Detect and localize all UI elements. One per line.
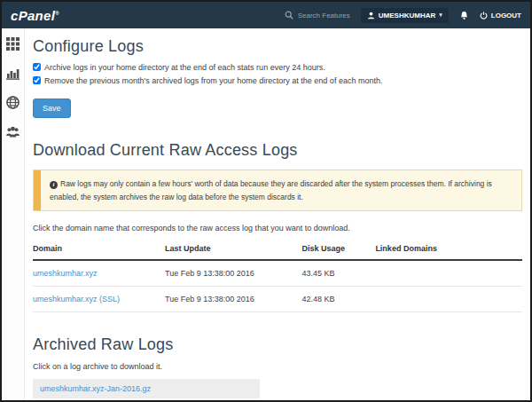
table-row: umeshkumhar.xyz Tue Feb 9 13:38:00 2016 … [33,260,522,287]
logout-button[interactable]: LOGOUT [480,12,521,20]
logout-label: LOGOUT [491,12,521,20]
table-row: umeshkumhar.xyz (SSL) Tue Feb 9 13:38:00… [33,287,522,312]
users-icon[interactable] [6,125,20,138]
info-icon: i [50,181,58,189]
chevron-down-icon: ▾ [439,12,442,19]
archive-instruction: Click on a log archive to download it. [33,362,522,371]
download-raw-logs-title: Download Current Raw Access Logs [33,141,522,160]
notice-text: iRaw logs may only contain a few hours' … [41,170,521,210]
archived-raw-logs-title: Archived Raw Logs [33,335,522,354]
power-icon [480,12,488,20]
linked-domains-cell [375,287,522,312]
notice-accent-strip [34,170,41,210]
table-header-row: Domain Last Update Disk Usage Linked Dom… [33,239,522,260]
bell-icon [459,11,469,20]
archive-list-item: umeshkumhar.xyz-Jan-2016.gz [33,379,260,398]
left-sidebar [2,28,25,400]
archive-download-link[interactable]: umeshkumhar.xyz-Jan-2016.gz [40,384,151,393]
col-disk-usage: Disk Usage [302,239,376,260]
save-button[interactable]: Save [33,99,71,118]
user-menu-button[interactable]: UMESHKUMHAR ▾ [361,8,449,23]
top-navigation-bar: cPanel® Search Features UMESHKUMHAR ▾ [2,2,530,28]
archive-logs-checkbox[interactable] [33,63,41,71]
col-domain: Domain [33,239,165,260]
remove-archived-checkbox[interactable] [33,76,41,84]
remove-archived-option: Remove the previous month's archived log… [33,76,522,87]
archive-logs-option: Archive logs in your home directory at t… [33,63,522,74]
download-instruction: Click the domain name that corresponds t… [33,224,522,233]
main-content: Configure Logs Archive logs in your home… [25,28,530,400]
disk-usage-cell: 43.45 KB [302,260,376,287]
configure-logs-title: Configure Logs [33,37,522,56]
raw-logs-notice: iRaw logs may only contain a few hours' … [33,169,522,211]
notifications-button[interactable] [459,11,469,20]
search-icon [285,11,293,20]
disk-usage-cell: 42.48 KB [302,287,376,312]
last-update-cell: Tue Feb 9 13:38:00 2016 [165,260,302,287]
archive-logs-label: Archive logs in your home directory at t… [44,63,325,74]
col-last-update: Last Update [165,239,302,260]
linked-domains-cell [375,260,522,287]
cpanel-window: cPanel® Search Features UMESHKUMHAR ▾ [0,0,532,402]
domain-log-link[interactable]: umeshkumhar.xyz (SSL) [33,295,120,303]
apps-grid-icon[interactable] [6,37,20,51]
statistics-icon[interactable] [6,67,20,80]
domain-log-link[interactable]: umeshkumhar.xyz [33,269,98,278]
search-features-button[interactable]: Search Features [285,11,350,20]
col-linked-domains: Linked Domains [375,239,522,260]
cpanel-logo: cPanel® [11,8,59,23]
search-label: Search Features [298,12,350,20]
globe-icon[interactable] [6,96,20,109]
raw-access-logs-table: Domain Last Update Disk Usage Linked Dom… [33,239,522,312]
user-icon [367,12,375,20]
remove-archived-label: Remove the previous month's archived log… [44,76,382,87]
last-update-cell: Tue Feb 9 13:38:00 2016 [165,287,302,312]
username-label: UMESHKUMHAR [379,12,435,20]
